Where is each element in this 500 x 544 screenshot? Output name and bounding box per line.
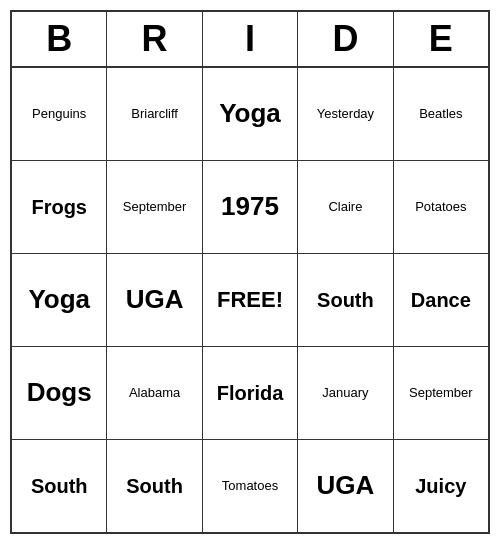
header-letter: B: [12, 12, 107, 66]
bingo-cell: South: [12, 440, 107, 532]
bingo-cell: Yoga: [203, 68, 298, 160]
bingo-cell: Dance: [394, 254, 488, 346]
header-letter: E: [394, 12, 488, 66]
bingo-cell: Claire: [298, 161, 393, 253]
bingo-row: DogsAlabamaFloridaJanuarySeptember: [12, 347, 488, 440]
cell-text: UGA: [126, 284, 184, 315]
cell-text: Claire: [328, 199, 362, 215]
header-letter: R: [107, 12, 202, 66]
bingo-cell: Yoga: [12, 254, 107, 346]
cell-text: 1975: [221, 191, 279, 222]
bingo-cell: Florida: [203, 347, 298, 439]
cell-text: Dance: [411, 288, 471, 312]
bingo-cell: Dogs: [12, 347, 107, 439]
bingo-cell: UGA: [298, 440, 393, 532]
cell-text: Yesterday: [317, 106, 374, 122]
cell-text: Yoga: [219, 98, 281, 129]
header-letter: D: [298, 12, 393, 66]
bingo-cell: Potatoes: [394, 161, 488, 253]
cell-text: Briarcliff: [131, 106, 178, 122]
bingo-cell: 1975: [203, 161, 298, 253]
cell-text: Juicy: [415, 474, 466, 498]
bingo-header: BRIDE: [12, 12, 488, 68]
header-letter: I: [203, 12, 298, 66]
cell-text: South: [317, 288, 374, 312]
bingo-cell: September: [107, 161, 202, 253]
cell-text: South: [31, 474, 88, 498]
bingo-row: YogaUGAFREE!SouthDance: [12, 254, 488, 347]
cell-text: South: [126, 474, 183, 498]
cell-text: Potatoes: [415, 199, 466, 215]
cell-text: January: [322, 385, 368, 401]
bingo-grid: PenguinsBriarcliffYogaYesterdayBeatlesFr…: [12, 68, 488, 532]
cell-text: Alabama: [129, 385, 180, 401]
bingo-cell: Penguins: [12, 68, 107, 160]
bingo-cell: Frogs: [12, 161, 107, 253]
bingo-row: FrogsSeptember1975ClairePotatoes: [12, 161, 488, 254]
cell-text: September: [123, 199, 187, 215]
cell-text: September: [409, 385, 473, 401]
bingo-cell: Tomatoes: [203, 440, 298, 532]
cell-text: Florida: [217, 381, 284, 405]
bingo-card: BRIDE PenguinsBriarcliffYogaYesterdayBea…: [10, 10, 490, 534]
cell-text: Penguins: [32, 106, 86, 122]
bingo-row: PenguinsBriarcliffYogaYesterdayBeatles: [12, 68, 488, 161]
bingo-cell: UGA: [107, 254, 202, 346]
cell-text: Yoga: [28, 284, 90, 315]
cell-text: UGA: [317, 470, 375, 501]
bingo-cell: South: [298, 254, 393, 346]
cell-text: Dogs: [27, 377, 92, 408]
bingo-cell: September: [394, 347, 488, 439]
cell-text: Tomatoes: [222, 478, 278, 494]
bingo-row: SouthSouthTomatoesUGAJuicy: [12, 440, 488, 532]
bingo-cell: South: [107, 440, 202, 532]
bingo-cell: Yesterday: [298, 68, 393, 160]
bingo-cell: January: [298, 347, 393, 439]
bingo-cell: Alabama: [107, 347, 202, 439]
bingo-cell: Juicy: [394, 440, 488, 532]
bingo-cell: Beatles: [394, 68, 488, 160]
cell-text: Frogs: [31, 195, 87, 219]
bingo-cell: FREE!: [203, 254, 298, 346]
cell-text: FREE!: [217, 287, 283, 313]
bingo-cell: Briarcliff: [107, 68, 202, 160]
cell-text: Beatles: [419, 106, 462, 122]
